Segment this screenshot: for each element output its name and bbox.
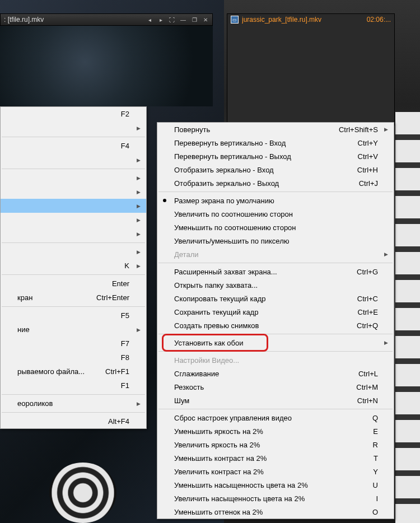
menu-item-label: Создать превью снимков <box>174 321 259 330</box>
menu-item-shortcut: Ctrl+Enter <box>87 293 129 302</box>
menu-item-shortcut: Y <box>364 468 378 476</box>
menu-item[interactable]: F7 <box>1 337 146 351</box>
menu-item-label: кран <box>17 293 32 302</box>
menu-item[interactable]: ▶ <box>1 213 146 227</box>
menu-item-shortcut: Ctrl+V <box>349 152 378 161</box>
menu-item-label: еороликов <box>17 399 53 408</box>
menu-item[interactable]: Сохранить текущий кадрCtrl+E <box>157 305 394 319</box>
menu-item[interactable]: Enter <box>1 277 146 291</box>
menu-item-shortcut: T <box>365 454 378 463</box>
menu-item[interactable]: F4 <box>1 139 146 153</box>
wheel-graphic <box>49 463 116 523</box>
submenu-arrow-icon: ▶ <box>137 125 141 131</box>
menu-item[interactable]: Уменьшить по соотношению сторон <box>157 221 394 234</box>
window-title: : [tfile.ru].mkv <box>4 16 146 24</box>
menu-item[interactable]: кранCtrl+Enter <box>1 291 146 305</box>
player-titlebar: : [tfile.ru].mkv ◂ ▸ ⛶ — ❐ ✕ <box>0 13 213 26</box>
menu-separator <box>158 192 393 192</box>
menu-item[interactable]: Перевернуть вертикально - ВходCtrl+Y <box>157 136 394 150</box>
menu-separator <box>2 242 145 243</box>
menu-item-shortcut: R <box>364 441 378 449</box>
menu-item[interactable]: Перевернуть вертикально - ВыходCtrl+V <box>157 150 394 163</box>
menu-item[interactable]: F2 <box>1 107 146 121</box>
menu-separator <box>2 169 145 169</box>
menu-item[interactable]: F5 <box>1 309 146 323</box>
menu-item[interactable]: ▶ <box>1 245 146 259</box>
menu-item-shortcut: Ctrl+N <box>348 396 378 405</box>
menu-item[interactable]: Расширенный захват экрана...Ctrl+G <box>157 265 394 278</box>
btn-prev-icon[interactable]: ◂ <box>146 16 153 23</box>
menu-item[interactable]: ▶ <box>1 121 146 135</box>
menu-separator <box>2 274 145 275</box>
menu-item-label: Открыть папку захвата... <box>174 281 258 289</box>
submenu-arrow-icon: ▶ <box>137 249 141 255</box>
menu-item[interactable]: Размер экрана по умолчанию <box>157 194 394 207</box>
background-strip <box>395 112 420 523</box>
menu-item[interactable]: ▶ <box>1 171 146 185</box>
menu-item[interactable]: ПовернутьCtrl+Shift+S▶ <box>157 123 394 136</box>
btn-close-icon[interactable]: ✕ <box>202 16 209 23</box>
btn-min-icon[interactable]: — <box>180 16 186 23</box>
menu-item-label: Сглаживание <box>174 370 219 378</box>
submenu-arrow-icon: ▶ <box>384 251 388 257</box>
menu-item[interactable]: ▶ <box>1 185 146 199</box>
menu-item[interactable]: F1 <box>1 379 146 393</box>
menu-item[interactable]: Уменьшить насыщенность цвета на 2%U <box>157 478 394 492</box>
menu-item-shortcut: F2 <box>112 110 129 118</box>
playlist-item[interactable]: ▭ jurassic_park_[tfile.ru].mkv 02:06:... <box>227 14 394 25</box>
menu-item[interactable]: ние▶ <box>1 323 146 337</box>
menu-item[interactable]: ▶ <box>1 199 146 213</box>
menu-item-label: Уменьшить насыщенность цвета на 2% <box>174 481 308 489</box>
menu-item[interactable]: ▶ <box>1 227 146 241</box>
menu-item[interactable]: F8 <box>1 351 146 365</box>
btn-max-icon[interactable]: ❐ <box>191 16 198 23</box>
menu-item[interactable]: ШумCtrl+N <box>157 394 394 407</box>
btn-full-icon[interactable]: ⛶ <box>169 16 175 23</box>
menu-item-label: Уменьшить контраст на 2% <box>174 454 267 463</box>
menu-item[interactable]: ▶ <box>1 153 146 167</box>
btn-next-icon[interactable]: ▸ <box>157 16 164 23</box>
menu-item-shortcut: Q <box>363 414 378 422</box>
menu-item-label: Перевернуть вертикально - Вход <box>174 139 286 147</box>
menu-item[interactable]: Alt+F4 <box>1 414 146 428</box>
menu-item[interactable]: еороликов▶ <box>1 396 146 410</box>
menu-item[interactable]: Создать превью снимковCtrl+Q <box>157 319 394 332</box>
video-frame <box>0 26 213 106</box>
submenu-arrow-icon: ▶ <box>137 175 141 181</box>
menu-item[interactable]: Сброс настроек управления видеоQ <box>157 411 394 424</box>
menu-item[interactable]: Увеличить яркость на 2%R <box>157 438 394 451</box>
menu-item-label: Уменьшить по соотношению сторон <box>174 223 296 232</box>
menu-item[interactable]: Уменьшить контраст на 2%T <box>157 451 394 465</box>
menu-item[interactable]: рываемого файла...Ctrl+F1 <box>1 365 146 379</box>
submenu-arrow-icon: ▶ <box>137 157 141 163</box>
submenu-arrow-icon: ▶ <box>137 401 141 407</box>
menu-item-shortcut: O <box>363 508 378 516</box>
menu-item[interactable]: Уменьшить яркость на 2%E <box>157 424 394 438</box>
menu-separator <box>2 394 145 395</box>
menu-separator <box>2 306 145 307</box>
menu-item-shortcut: U <box>364 481 378 489</box>
menu-item-shortcut: F5 <box>112 311 129 320</box>
menu-item[interactable]: Увеличить/уменьшить по пикселю <box>157 234 394 248</box>
menu-item[interactable]: Увеличить контраст на 2%Y <box>157 465 394 478</box>
menu-item[interactable]: Открыть папку захвата... <box>157 278 394 292</box>
menu-item-shortcut: Alt+F4 <box>99 417 129 426</box>
menu-item[interactable]: Установить как обои▶ <box>157 336 394 349</box>
menu-item[interactable]: Отобразить зеркально - ВходCtrl+H <box>157 163 394 176</box>
menu-item-shortcut: Ctrl+C <box>348 295 378 303</box>
menu-item[interactable]: Увеличить насыщенность цвета на 2%I <box>157 492 394 505</box>
menu-item[interactable]: K▶ <box>1 259 146 273</box>
menu-separator <box>158 263 393 263</box>
menu-separator <box>158 409 393 409</box>
menu-item[interactable]: СглаживаниеCtrl+L <box>157 367 394 380</box>
menu-item-label: Увеличить/уменьшить по пикселю <box>174 237 289 245</box>
menu-item-label: Детали <box>174 250 199 259</box>
menu-item: Настройки Видео... <box>157 353 394 367</box>
menu-item[interactable]: Увеличить по соотношению сторон <box>157 207 394 221</box>
submenu-arrow-icon: ▶ <box>137 263 141 269</box>
menu-item-shortcut: I <box>367 494 378 503</box>
menu-item[interactable]: Скопировать текущий кадрCtrl+C <box>157 292 394 305</box>
menu-item[interactable]: Уменьшить оттенок на 2%O <box>157 505 394 519</box>
menu-item[interactable]: Отобразить зеркально - ВыходCtrl+J <box>157 176 394 190</box>
menu-item[interactable]: РезкостьCtrl+M <box>157 380 394 394</box>
